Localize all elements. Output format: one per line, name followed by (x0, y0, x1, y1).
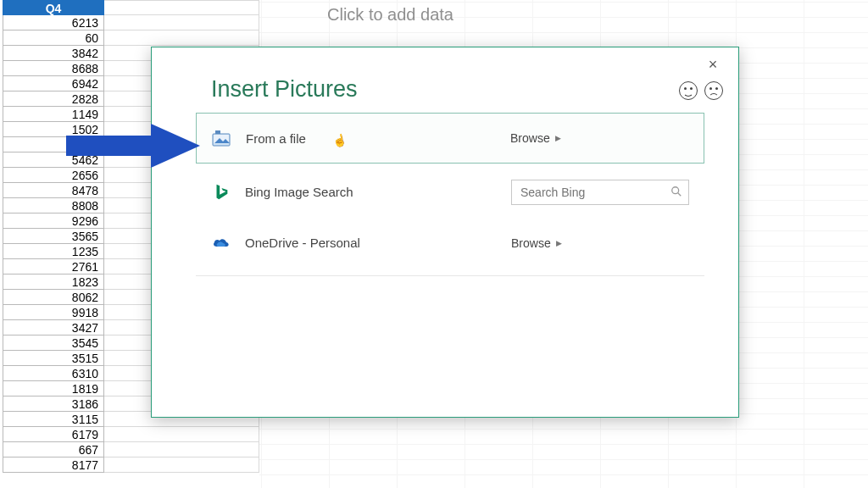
cell[interactable]: 3545 (3, 336, 104, 351)
cell[interactable]: 667 (3, 442, 104, 458)
bing-search-input[interactable] (511, 180, 689, 205)
browse-button[interactable]: Browse (510, 131, 550, 145)
cell[interactable]: 8688 (3, 61, 104, 76)
source-bing[interactable]: Bing Image Search (211, 167, 689, 218)
feedback-sad-icon[interactable] (704, 81, 723, 100)
feedback-happy-icon[interactable] (679, 81, 698, 100)
cell[interactable]: 3842 (3, 46, 104, 61)
source-onedrive[interactable]: OneDrive - Personal Browse ▶ (211, 218, 689, 269)
cell[interactable]: 8478 (3, 183, 104, 198)
search-icon (670, 186, 682, 197)
column-header-q4[interactable]: Q4 (3, 0, 104, 15)
cell[interactable]: 3515 (3, 351, 104, 366)
cell[interactable]: 8177 (3, 458, 104, 473)
cell[interactable]: 3565 (3, 229, 104, 244)
cell-empty[interactable] (104, 30, 259, 46)
insert-pictures-dialog: × Insert Pictures From a file Browse ▶ B… (151, 47, 739, 418)
cell-empty[interactable] (104, 458, 259, 473)
cell[interactable]: 1819 (3, 381, 104, 396)
bing-icon (211, 183, 231, 202)
onedrive-icon (211, 234, 231, 252)
cell-empty[interactable] (104, 427, 259, 442)
close-icon[interactable]: × (703, 54, 723, 75)
cell[interactable]: 3427 (3, 320, 104, 336)
chevron-right-icon: ▶ (555, 134, 561, 142)
cell[interactable]: 2656 (3, 168, 104, 183)
svg-point-3 (672, 186, 679, 193)
chart-empty-hint[interactable]: Click to add data (327, 0, 785, 34)
source-label: OneDrive - Personal (245, 236, 498, 250)
browse-button[interactable]: Browse (511, 236, 551, 250)
cell[interactable]: 8808 (3, 198, 104, 214)
cell-empty[interactable] (104, 15, 259, 30)
cell[interactable]: 2444 (3, 137, 104, 152)
cell[interactable]: 3115 (3, 412, 104, 427)
file-icon (212, 129, 232, 147)
cell[interactable]: 1149 (3, 107, 104, 122)
cell[interactable]: 2828 (3, 92, 104, 107)
source-from-file[interactable]: From a file Browse ▶ (196, 113, 704, 164)
cell[interactable]: 2761 (3, 259, 104, 274)
dialog-title: Insert Pictures (211, 76, 689, 103)
cell[interactable]: 1502 (3, 122, 104, 137)
cell[interactable]: 1823 (3, 274, 104, 290)
cell[interactable]: 6310 (3, 366, 104, 381)
cell[interactable]: 6213 (3, 15, 104, 30)
cell[interactable]: 9296 (3, 214, 104, 229)
cell[interactable]: 3186 (3, 396, 104, 412)
divider (196, 275, 704, 276)
cell[interactable]: 5462 (3, 152, 104, 168)
cell[interactable]: 1235 (3, 244, 104, 259)
svg-rect-2 (215, 130, 220, 134)
svg-line-4 (678, 192, 682, 196)
source-label: Bing Image Search (245, 185, 498, 199)
cell-empty[interactable] (104, 442, 259, 458)
cell[interactable]: 60 (3, 30, 104, 46)
cell[interactable]: 9918 (3, 305, 104, 320)
cell[interactable]: 8062 (3, 290, 104, 305)
cell[interactable]: 6179 (3, 427, 104, 442)
source-label: From a file (246, 131, 497, 146)
cell[interactable]: 6942 (3, 76, 104, 92)
chevron-right-icon: ▶ (556, 239, 562, 247)
